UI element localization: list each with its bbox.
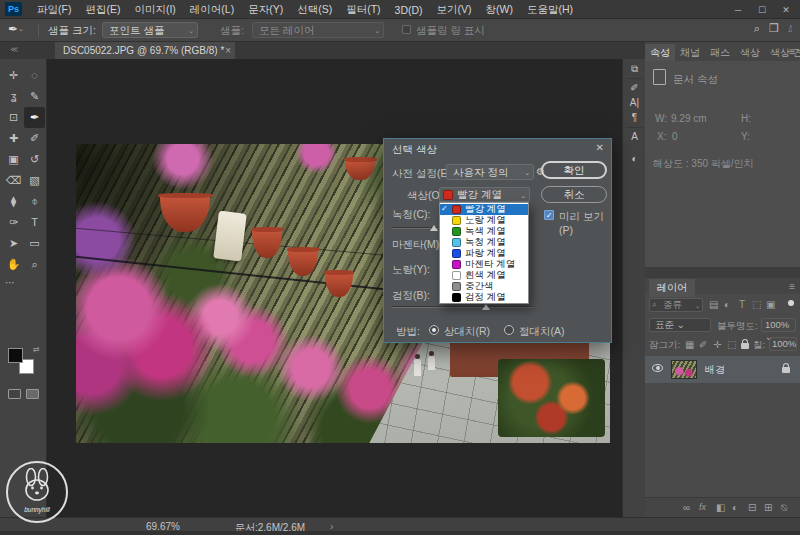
type-tool[interactable]: T <box>24 212 45 233</box>
fill-value-dropdown[interactable]: 100% <box>769 337 797 351</box>
colors-dropdown[interactable]: 빨강 계열 ⌄ <box>439 187 530 202</box>
adjustment-layer-icon[interactable]: ◐ <box>732 502 738 513</box>
gradient-tool[interactable]: ▧ <box>24 170 45 191</box>
layer-row-background[interactable]: 배경 <box>645 356 800 383</box>
menu-filter[interactable]: 필터(T) <box>339 3 387 17</box>
menu-view[interactable]: 보기(V) <box>430 3 479 17</box>
lock-transparency-icon[interactable]: ▦ <box>685 339 694 350</box>
lock-all-icon[interactable] <box>741 343 749 349</box>
filter-smart-objects-icon[interactable]: ▣ <box>766 299 775 310</box>
brush-settings-panel-icon[interactable]: ✐ <box>623 82 646 93</box>
opacity-value-dropdown[interactable]: 100% ⌄ <box>761 318 796 332</box>
menu-file[interactable]: 파일(F) <box>30 3 78 17</box>
brush-tool[interactable]: ✐ <box>24 128 45 149</box>
share-icon[interactable]: 🖞 <box>788 22 792 35</box>
link-layers-icon[interactable]: ∞ <box>683 502 690 513</box>
layers-menu-icon[interactable]: ≡ <box>789 281 795 292</box>
blend-mode-dropdown[interactable]: 표준 ⌄ <box>649 318 711 332</box>
move-tool[interactable]: ✛ <box>3 65 24 86</box>
quick-selection-tool[interactable]: ✎ <box>24 86 45 107</box>
lock-pixels-icon[interactable]: ✐ <box>699 339 707 350</box>
lasso-tool[interactable]: ʓ <box>3 86 24 107</box>
layer-filter-dropdown[interactable]: ⌕ 종류 ⌄ <box>649 298 703 312</box>
maximize-button[interactable]: ☐ <box>750 5 774 15</box>
shape-tool[interactable]: ▭ <box>24 233 45 254</box>
slider-thumb[interactable] <box>482 304 490 310</box>
clone-source-panel-icon[interactable]: ⧉ <box>623 63 646 75</box>
sample-size-dropdown[interactable]: 포인트 샘플 ⌄ <box>102 22 198 38</box>
new-layer-icon[interactable]: ⊞ <box>764 502 772 513</box>
visibility-eye-icon[interactable] <box>652 364 663 372</box>
layer-group-icon[interactable]: ⊟ <box>748 502 756 513</box>
crop-tool[interactable]: ⊡ <box>3 107 24 128</box>
quick-mask-button[interactable] <box>8 389 21 399</box>
menu-3d[interactable]: 3D(D) <box>388 4 430 16</box>
preset-dropdown[interactable]: 사용자 정의 ⌄ <box>446 164 534 180</box>
tab-color[interactable]: 색상 <box>735 44 765 62</box>
menu-image[interactable]: 이미지(I) <box>127 3 182 17</box>
menu-layer[interactable]: 레이어(L) <box>183 3 241 17</box>
menu-help[interactable]: 도움말(H) <box>520 3 580 17</box>
lock-position-icon[interactable]: ✛ <box>713 339 721 350</box>
ok-button[interactable]: 확인 <box>541 161 607 179</box>
preview-checkbox[interactable]: ✓ <box>544 210 554 220</box>
relative-radio[interactable] <box>429 325 439 335</box>
paragraph-panel-icon[interactable]: ¶ <box>623 112 646 123</box>
zoom-tool[interactable]: ⌕ <box>24 254 45 275</box>
swap-colors-icon[interactable]: ⇄ <box>33 345 40 354</box>
menu-edit[interactable]: 편집(E) <box>78 3 127 17</box>
clone-stamp-tool[interactable]: ▣ <box>3 149 24 170</box>
eraser-tool[interactable]: ⌫ <box>3 170 24 191</box>
menu-window[interactable]: 창(W) <box>479 3 520 17</box>
tab-layers[interactable]: 레이어 <box>649 279 695 297</box>
tab-paths[interactable]: 패스 <box>705 44 735 62</box>
edit-toolbar-ellipsis[interactable]: ⋯ <box>5 277 16 288</box>
delete-layer-icon[interactable]: ⍉ <box>781 502 787 514</box>
color-swatch <box>452 227 461 236</box>
filter-shape-layers-icon[interactable]: ⬚ <box>752 299 761 310</box>
hand-tool[interactable]: ✋ <box>3 254 24 275</box>
filter-adjustment-layers-icon[interactable]: ◐ <box>724 299 730 310</box>
healing-brush-tool[interactable]: ✚ <box>3 128 24 149</box>
character-panel-icon[interactable]: A| <box>623 97 646 108</box>
lock-artboard-icon[interactable]: ⬚ <box>727 339 736 350</box>
filter-toggle-icon[interactable] <box>788 300 794 306</box>
pen-tool[interactable]: ✑ <box>3 212 24 233</box>
absolute-radio[interactable] <box>504 325 514 335</box>
layer-thumbnail[interactable] <box>671 360 697 379</box>
black-slider[interactable] <box>392 306 532 308</box>
cyan-slider[interactable] <box>392 227 438 229</box>
menu-type[interactable]: 문자(Y) <box>241 3 290 17</box>
filter-pixel-layers-icon[interactable]: ▤ <box>709 299 718 310</box>
close-button[interactable]: ✕ <box>774 5 798 15</box>
slider-thumb[interactable] <box>430 225 438 231</box>
blur-tool[interactable]: ⧫ <box>3 191 24 212</box>
layer-style-icon[interactable]: fx <box>699 502 706 512</box>
color-option-blacks[interactable]: 검정 계열 <box>440 292 528 303</box>
workspace-icon[interactable]: ❒ <box>769 22 779 35</box>
dodge-tool[interactable]: ⌽ <box>24 191 45 212</box>
menu-select[interactable]: 선택(S) <box>290 3 339 17</box>
tab-channels[interactable]: 채널 <box>675 44 705 62</box>
double-chevron-icon[interactable]: ≪ <box>10 45 18 54</box>
cancel-button[interactable]: 취소 <box>541 186 607 203</box>
history-brush-tool[interactable]: ↺ <box>24 149 45 170</box>
tab-close-icon[interactable]: × <box>225 42 231 59</box>
eyedropper-tool[interactable]: ✒ <box>24 107 45 128</box>
document-tab[interactable]: DSC05022.JPG @ 69.7% (RGB/8) * × <box>55 42 235 59</box>
foreground-color-swatch[interactable] <box>8 348 23 363</box>
filter-type-layers-icon[interactable]: T <box>739 299 745 310</box>
eyedropper-tool-preset[interactable]: ✒⌄ <box>8 22 34 39</box>
tab-properties[interactable]: 속성 <box>645 44 675 62</box>
glyphs-panel-icon[interactable]: A <box>623 131 646 142</box>
minimize-button[interactable]: ─ <box>726 5 750 15</box>
screen-mode-button[interactable] <box>26 389 39 399</box>
panel-menu-icon[interactable]: ≡ <box>789 46 795 57</box>
search-icon[interactable]: ⌕ <box>754 22 760 35</box>
marquee-tool[interactable]: ◌ <box>24 65 45 86</box>
layer-mask-icon[interactable]: ◧ <box>716 502 725 513</box>
color-swatch <box>452 238 461 247</box>
dialog-close-icon[interactable]: ✕ <box>596 142 604 153</box>
path-select-tool[interactable]: ➤ <box>3 233 24 254</box>
adjustments-panel-icon[interactable]: ◐ <box>623 153 646 164</box>
